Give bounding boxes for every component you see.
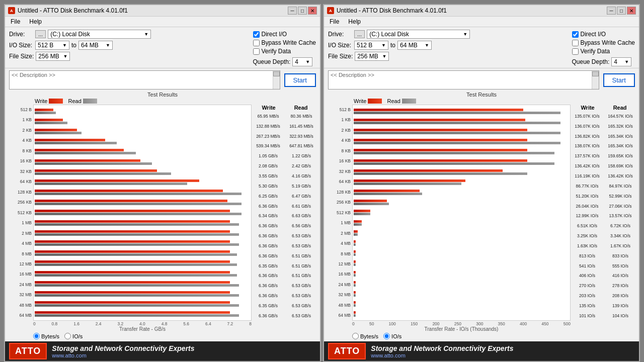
read-value: 139 IO/s (612, 303, 628, 308)
x-axis-tick: 4.0 (139, 321, 145, 326)
ios-radio[interactable] (383, 333, 390, 339)
bar-pair (35, 169, 250, 175)
minimize-button[interactable]: ─ (607, 7, 616, 15)
bytes-radio-label[interactable]: Bytes/s (33, 333, 59, 339)
data-row: 541 IO/s555 IO/s (571, 263, 637, 268)
read-value: 6.61 GB/s (292, 204, 311, 209)
y-axis-label: 64 MB (7, 313, 32, 318)
direct-io-checkbox[interactable] (572, 31, 579, 38)
write-bar (35, 291, 230, 294)
y-axis-label: 4 KB (326, 138, 351, 143)
io-to-select[interactable]: 64 MB▼ (78, 41, 113, 50)
x-axis-tick: 7.2 (227, 321, 233, 326)
description-scrollbar[interactable] (592, 71, 599, 89)
y-axis-label: 512 KB (7, 211, 32, 215)
read-bar (35, 294, 239, 297)
data-row: 6.36 GB/s6.61 GB/s (252, 204, 318, 209)
read-bar (354, 162, 554, 165)
start-button[interactable]: Start (284, 73, 316, 87)
data-row: 136.82K IO/s165.34K IO/s (571, 134, 637, 139)
bar-pair (354, 250, 569, 256)
data-rows: 65.95 MB/s80.36 MB/s132.88 MB/s161.45 MB… (252, 111, 318, 321)
queue-depth-label: Queue Depth: (572, 58, 610, 65)
maximize-button[interactable]: □ (298, 7, 307, 15)
menu-help[interactable]: Help (347, 18, 362, 26)
file-size-select[interactable]: 256 MB▼ (355, 52, 389, 61)
data-columns: WriteRead135.07K IO/s164.57K IO/s136.07K… (571, 105, 637, 321)
read-bar (35, 162, 152, 165)
bypass-write-checkbox[interactable] (572, 40, 579, 46)
y-axis-label: 48 MB (326, 303, 351, 308)
direct-io-checkbox[interactable] (253, 31, 260, 38)
x-axis-tick: 150 (411, 321, 418, 326)
x-axis-tick: 0 (352, 321, 355, 326)
maximize-button[interactable]: □ (617, 7, 626, 15)
start-button[interactable]: Start (603, 73, 635, 87)
write-bar (35, 230, 230, 233)
write-bar (354, 230, 358, 233)
description-box[interactable]: << Description >> (328, 70, 599, 89)
atto-logo: ATTO (328, 343, 366, 359)
data-row: 132.88 MB/s161.45 MB/s (252, 124, 318, 129)
footer: ATTO Storage and Network Connectivity Ex… (5, 341, 320, 361)
drive-select[interactable]: (C:) Local Disk▼ (48, 30, 151, 39)
write-bar (354, 190, 420, 192)
window-right: A Untitled - ATTO Disk Benchmark 4.01.0f… (323, 4, 640, 362)
bytes-radio-text: Bytes/s (360, 333, 378, 339)
data-row: 136.07K IO/s165.32K IO/s (571, 124, 637, 129)
description-box[interactable]: << Description >> (9, 70, 280, 89)
io-from-select[interactable]: 512 B▼ (354, 41, 388, 50)
bytes-radio-label[interactable]: Bytes/s (352, 333, 378, 339)
test-results-header: Test Results (326, 92, 637, 98)
write-legend-bar (368, 99, 382, 104)
write-value: 135.07K IO/s (575, 114, 600, 119)
bytes-radio[interactable] (352, 333, 359, 339)
io-from-select[interactable]: 512 B▼ (35, 41, 69, 50)
menu-help[interactable]: Help (28, 18, 43, 26)
y-axis-label: 32 KB (326, 169, 351, 174)
bar-pair (354, 271, 569, 277)
read-value: 6.51 GB/s (292, 263, 311, 268)
read-value: 4.16 GB/s (292, 173, 311, 178)
write-bar (354, 179, 465, 182)
description-scrollbar[interactable] (273, 71, 280, 89)
queue-depth-select[interactable]: 4▼ (611, 57, 631, 66)
data-row: 267.23 MB/s322.93 MB/s (252, 134, 318, 139)
ios-radio-label[interactable]: IO/s (383, 333, 401, 339)
queue-depth-select[interactable]: 4▼ (292, 57, 312, 66)
ios-radio[interactable] (64, 333, 71, 339)
y-axis-label: 32 KB (7, 169, 32, 174)
y-axis-label: 16 KB (7, 159, 32, 163)
write-bar (354, 220, 362, 223)
read-value: 3.34K IO/s (610, 233, 630, 238)
menu-file[interactable]: File (9, 18, 22, 26)
io-to-select[interactable]: 64 MB▼ (397, 41, 432, 50)
y-axis-label: 16 MB (326, 272, 351, 277)
write-bar (35, 119, 63, 121)
chart-row: 512 B1 KB2 KB4 KB8 KB16 KB32 KB64 KB128 … (326, 105, 637, 321)
bar-pair (354, 240, 569, 246)
verify-data-checkbox[interactable] (253, 48, 260, 55)
read-bar (35, 152, 136, 154)
browse-button[interactable]: ... (35, 30, 46, 38)
chart-row: 512 B1 KB2 KB4 KB8 KB16 KB32 KB64 KB128 … (7, 105, 318, 321)
menu-file[interactable]: File (328, 18, 341, 26)
browse-button[interactable]: ... (354, 30, 365, 38)
minimize-button[interactable]: ─ (288, 7, 297, 15)
data-row: 135.07K IO/s164.57K IO/s (571, 114, 637, 119)
y-axis-label: 512 B (326, 108, 351, 112)
data-rows: 135.07K IO/s164.57K IO/s136.07K IO/s165.… (571, 111, 637, 321)
bytes-radio[interactable] (33, 333, 40, 339)
bypass-write-checkbox[interactable] (253, 40, 260, 46)
ios-radio-label[interactable]: IO/s (64, 333, 83, 339)
y-axis-label: 1 MB (326, 221, 351, 225)
x-axis-tick: 2.4 (96, 321, 102, 326)
read-bar (354, 294, 356, 297)
file-size-select[interactable]: 256 MB▼ (36, 52, 70, 61)
write-bar (35, 260, 230, 263)
close-button[interactable]: ✕ (627, 7, 636, 15)
write-value: 267.23 MB/s (256, 134, 280, 139)
drive-select[interactable]: (C:) Local Disk▼ (367, 30, 470, 39)
close-button[interactable]: ✕ (308, 7, 317, 15)
verify-data-checkbox[interactable] (572, 48, 579, 55)
